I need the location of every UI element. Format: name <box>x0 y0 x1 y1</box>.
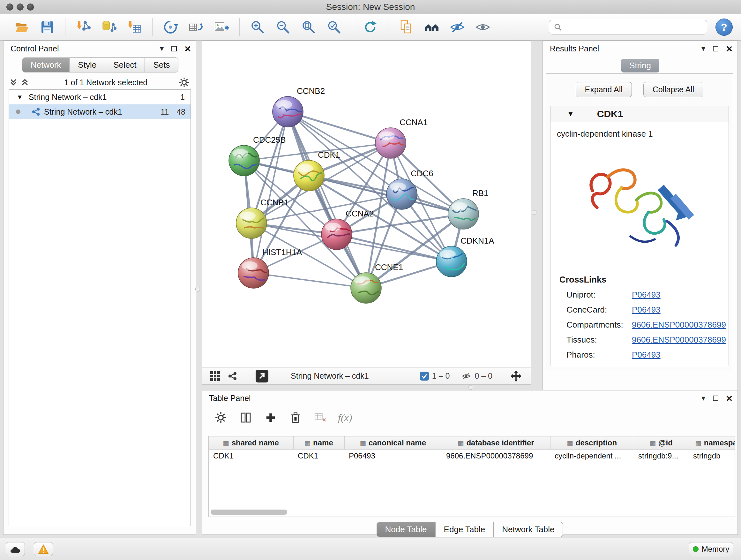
table-cell[interactable]: cyclin-dependent ... <box>550 449 634 462</box>
splitter-toggle[interactable] <box>532 210 536 215</box>
zoom-selected-button[interactable] <box>321 16 347 39</box>
collapse-all-button[interactable]: Collapse All <box>643 82 704 97</box>
column-header[interactable]: ▦namespac <box>689 436 735 449</box>
gene-section-header[interactable]: ▼ CDK1 <box>550 106 729 122</box>
pan-tool-button[interactable] <box>509 369 523 383</box>
tab-sets[interactable]: Sets <box>145 58 178 72</box>
string-tab-badge[interactable]: String <box>621 59 659 72</box>
network-node-CCNA1[interactable]: CCNA1 <box>375 118 428 159</box>
search-input[interactable] <box>562 21 702 34</box>
delete-column-button[interactable] <box>288 410 303 425</box>
column-header[interactable]: ▦@id <box>634 436 689 449</box>
network-node-RB1[interactable]: RB1 <box>448 188 489 229</box>
table-cell[interactable]: CDK1 <box>293 449 344 462</box>
table-row[interactable]: CDK1 CDK1 P06493 9606.ENSP00000378699 cy… <box>209 449 735 462</box>
import-table-from-file-button[interactable] <box>122 16 147 39</box>
close-panel-icon[interactable]: × <box>185 43 191 54</box>
scrollbar-thumb[interactable] <box>211 509 287 515</box>
function-builder-button[interactable]: f(x) <box>338 412 352 424</box>
show-columns-button[interactable] <box>239 410 253 425</box>
tab-node-table[interactable]: Node Table <box>377 522 435 537</box>
memory-button[interactable]: Memory <box>689 542 733 556</box>
crosslink-link[interactable]: 9606.ENSP00000378699 <box>632 320 726 330</box>
horizontal-scrollbar[interactable] <box>211 509 338 515</box>
network-from-table-button[interactable] <box>183 16 209 39</box>
network-node-CCNE1[interactable]: CCNE1 <box>351 262 403 303</box>
tab-network-table[interactable]: Network Table <box>494 522 562 537</box>
string-view-button[interactable] <box>227 372 237 381</box>
import-network-from-database-button[interactable] <box>96 16 122 39</box>
section-collapse-icon[interactable]: ▼ <box>567 110 574 118</box>
crosslink-link[interactable]: P06493 <box>632 305 661 315</box>
network-node-CDC25B[interactable]: CDC25B <box>229 135 286 176</box>
network-node-HIST1H1A[interactable]: HIST1H1A <box>238 247 302 288</box>
table-cell[interactable]: P06493 <box>344 449 442 462</box>
table-cell[interactable]: 9606.ENSP00000378699 <box>442 449 550 462</box>
column-header[interactable]: ▦name <box>293 436 344 449</box>
hide-graphics-details-button[interactable] <box>445 16 470 39</box>
undock-panel-icon[interactable] <box>172 46 177 51</box>
column-header[interactable]: ▦canonical name <box>344 436 442 449</box>
crosslink-link[interactable]: 9606.ENSP00000378699 <box>632 335 726 345</box>
zoom-fit-button[interactable] <box>296 16 321 39</box>
save-session-button[interactable] <box>35 16 60 39</box>
cloud-button[interactable] <box>6 542 25 556</box>
export-image-button[interactable] <box>209 16 234 39</box>
open-session-button[interactable] <box>9 16 35 39</box>
column-header[interactable]: ▦database identifier <box>442 436 550 449</box>
edge-HIST1H1A-CCNE1[interactable] <box>253 273 366 288</box>
network-node-CDK1[interactable]: CDK1 <box>293 150 340 191</box>
tab-select[interactable]: Select <box>105 58 145 72</box>
network-row-selected[interactable]: String Network – cdk1 11 48 <box>9 105 191 119</box>
edge-CCNB2-CCNE1[interactable] <box>288 112 366 288</box>
expand-all-button[interactable]: Expand All <box>576 82 632 97</box>
panel-menu-icon[interactable]: ▾ <box>160 45 164 52</box>
undock-panel-icon[interactable] <box>713 395 718 401</box>
column-header[interactable]: ▦shared name <box>209 436 293 449</box>
table-settings-button[interactable] <box>213 410 228 425</box>
tree-expand-icon[interactable]: ▼ <box>17 94 23 101</box>
help-button[interactable]: ? <box>716 18 733 36</box>
table-cell[interactable]: CDK1 <box>209 449 293 462</box>
selected-checkbox[interactable] <box>420 372 429 381</box>
tab-style[interactable]: Style <box>70 58 105 72</box>
collapse-all-icon[interactable] <box>10 78 17 86</box>
network-canvas[interactable]: CCNB2CCNA1CDC25BCDK1CDC6RB1CCNB1CCNA2CDK… <box>202 41 531 367</box>
home-button[interactable] <box>419 16 445 39</box>
create-column-button[interactable] <box>263 410 278 425</box>
gear-icon <box>215 412 227 424</box>
hidden-toggle[interactable] <box>461 372 471 381</box>
panel-menu-icon[interactable]: ▾ <box>701 394 705 402</box>
export-view-button[interactable] <box>256 370 268 382</box>
import-network-from-file-button[interactable] <box>71 16 96 39</box>
network-merge-button[interactable] <box>158 16 183 39</box>
close-panel-icon[interactable]: × <box>726 43 732 54</box>
table-cell[interactable]: stringdb:9... <box>634 449 689 462</box>
undock-panel-icon[interactable] <box>713 46 718 51</box>
edge-CCNB2-CCNA1[interactable] <box>288 112 391 143</box>
expand-all-icon[interactable] <box>21 78 28 86</box>
zoom-out-button[interactable] <box>270 16 296 39</box>
delete-table-button-disabled[interactable] <box>313 410 328 425</box>
table-cell[interactable]: stringdb <box>689 449 735 462</box>
close-panel-icon[interactable]: × <box>726 393 732 403</box>
tab-network[interactable]: Network <box>22 58 70 72</box>
crosslink-row: GeneCard: P06493 <box>566 305 729 315</box>
network-node-CDC6[interactable]: CDC6 <box>387 169 433 209</box>
tab-edge-table[interactable]: Edge Table <box>435 522 494 537</box>
refresh-layout-button[interactable] <box>357 16 383 39</box>
birdseye-view-button[interactable] <box>210 371 220 381</box>
column-header[interactable]: ▦description <box>550 436 634 449</box>
network-options-gear-icon[interactable] <box>179 77 190 88</box>
show-graphics-details-button[interactable] <box>470 16 495 39</box>
splitter-toggle[interactable] <box>195 287 200 292</box>
network-collection-row[interactable]: ▼ String Network – cdk1 1 <box>9 90 191 105</box>
splitter-toggle[interactable] <box>468 385 473 390</box>
crosslink-link[interactable]: P06493 <box>632 290 661 300</box>
warnings-button[interactable] <box>34 542 53 556</box>
zoom-in-button[interactable] <box>245 16 270 39</box>
copy-document-button[interactable] <box>394 16 419 39</box>
panel-menu-icon[interactable]: ▾ <box>701 45 705 52</box>
crosslink-link[interactable]: P06493 <box>632 350 661 360</box>
network-node-CDKN1A[interactable]: CDKN1A <box>436 236 494 277</box>
